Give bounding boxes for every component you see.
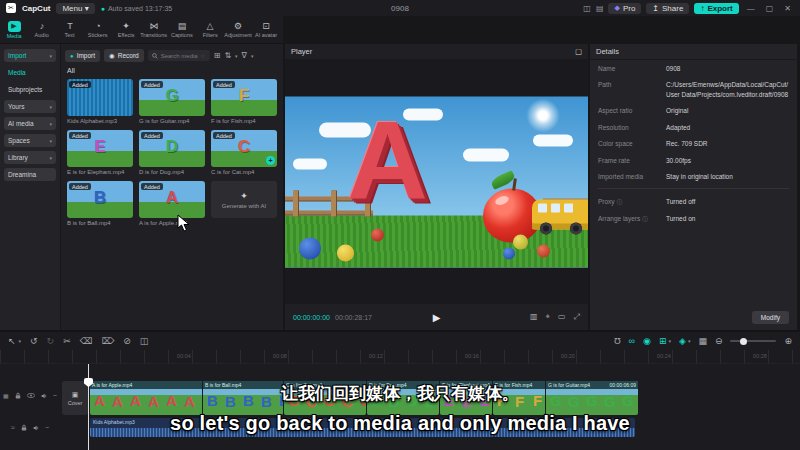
sidebar-item-ai-media[interactable]: AI media▾ (4, 117, 56, 130)
generate-with-ai-card[interactable]: ✦Generate with AI (211, 181, 277, 226)
sidebar-item-media[interactable]: Media (4, 66, 56, 79)
linking-icon[interactable]: ⊞ (659, 336, 667, 346)
magnet-icon[interactable]: Ω (614, 336, 621, 346)
ball-graphic (503, 248, 515, 260)
detail-row-aspect-ratio: Aspect ratioOriginal (598, 106, 789, 115)
fence-graphic (293, 191, 298, 217)
share-button[interactable]: ↥Share (646, 3, 689, 14)
sort-icon[interactable]: ⇅ (224, 51, 231, 60)
panel-toggle-icon[interactable]: ▤ (596, 4, 604, 13)
zoom-in-icon[interactable]: ⊕ (784, 337, 792, 346)
layout-toggle-icon[interactable]: ◫ (583, 4, 591, 13)
media-item[interactable]: AddedB B is for Ball.mp4 (67, 181, 133, 226)
zoom-out-icon[interactable]: ⊖ (715, 337, 723, 346)
modify-button[interactable]: Modify (752, 311, 789, 324)
media-item[interactable]: AddedF F is for Fish.mp4 (211, 79, 277, 124)
tab-filters[interactable]: △Filters (196, 21, 224, 38)
subtitle-english: so let's go back to media and only media… (0, 412, 800, 435)
bus-wheel (570, 223, 582, 235)
media-item[interactable]: AddedA A is for Apple.mp4 (139, 181, 205, 226)
caption-track-icon[interactable]: ◈ (679, 336, 686, 346)
school-bus-graphic (532, 200, 588, 230)
media-item-audio[interactable]: Added Kids Alphabet.mp3 (67, 79, 133, 124)
play-button[interactable]: ▶ (433, 312, 441, 323)
delete-left-icon[interactable]: ⌫ (80, 337, 93, 346)
redo-icon[interactable]: ↻ (47, 337, 55, 346)
details-title: Details (596, 47, 619, 56)
preview-quality-icon[interactable]: ▥ (530, 312, 538, 322)
grid-view-icon[interactable]: ⊞ (214, 51, 221, 60)
pro-button[interactable]: ◆Pro (608, 3, 641, 14)
tab-ai-avatar[interactable]: ⊡AI avatar (252, 21, 280, 38)
tab-transitions[interactable]: ⋈Transitions (140, 21, 168, 38)
autosave-dot-icon: ● (101, 5, 105, 12)
tab-stickers[interactable]: ◔Stickers (84, 21, 112, 38)
delete-icon[interactable]: ⊘ (123, 337, 131, 346)
text-icon: T (67, 21, 73, 31)
media-item[interactable]: AddedE E is for Elephant.mp4 (67, 130, 133, 175)
tab-adjustment[interactable]: ⚙Adjustment (224, 21, 252, 38)
chevron-down-icon: ▾ (49, 155, 52, 161)
app-name: CapCut (22, 4, 50, 13)
cloud-graphic (533, 135, 573, 147)
close-button[interactable]: ✕ (781, 4, 794, 13)
media-item[interactable]: AddedD D is for Dog.mp4 (139, 130, 205, 175)
detail-row-path: PathC:/Users/Emenws/AppData/Local/CapCut… (598, 80, 789, 99)
add-to-timeline-button[interactable]: + (266, 156, 275, 165)
select-tool-icon[interactable]: ↖ (8, 337, 16, 346)
sidebar-item-import[interactable]: Import▾ (4, 49, 56, 62)
timeline-ruler[interactable]: 00:04 00:08 00:12 00:16 00:20 00:24 00:2… (0, 350, 800, 364)
snapping-icon[interactable]: ◉ (643, 336, 651, 346)
added-badge: Added (69, 81, 91, 88)
tab-text[interactable]: TText (56, 21, 84, 38)
maximize-button[interactable]: ▢ (763, 4, 777, 13)
export-icon: ↑ (700, 4, 704, 13)
tab-captions[interactable]: ▤Captions (168, 21, 196, 38)
cloud-graphic (293, 159, 327, 170)
sidebar-item-subprojects[interactable]: Subprojects (4, 83, 56, 96)
aspect-ratio-icon[interactable]: ▭ (558, 312, 566, 322)
detect-icon[interactable]: ⌖ (546, 312, 551, 322)
added-badge: Added (69, 132, 91, 139)
minimize-button[interactable]: — (744, 4, 758, 13)
delete-right-icon[interactable]: ⌦ (101, 337, 114, 346)
split-icon[interactable]: ✂ (63, 337, 71, 346)
timeline-zoom-slider[interactable] (730, 340, 776, 342)
record-button[interactable]: ◉Record (104, 49, 144, 62)
asset-tabbar: ▶Media ♪Audio TText ◔Stickers ✦Effects ⋈… (0, 16, 283, 44)
current-time: 00:00:00:00 (293, 314, 330, 321)
subtitle-chinese: 让我们回到媒体，我只有媒体。 (0, 382, 800, 405)
cover-gif-icon[interactable]: ▦ (698, 337, 707, 346)
chevron-down-icon: ▾ (49, 104, 52, 110)
menu-button[interactable]: Menu ▾ (56, 3, 94, 14)
export-button[interactable]: ↑Export (694, 3, 738, 14)
fence-graphic (331, 191, 336, 217)
video-preview[interactable]: A (285, 97, 588, 268)
panel-options-icon[interactable]: ▢ (575, 47, 582, 56)
sidebar-item-dreamina[interactable]: Dreamina (4, 168, 56, 181)
chevron-down-icon: ▾ (668, 338, 671, 344)
import-button[interactable]: ●Import (65, 50, 100, 62)
fullscreen-icon[interactable]: ⤢ (574, 312, 580, 322)
search-input[interactable]: Search media ◌ (148, 50, 210, 61)
playhead-line[interactable] (88, 364, 89, 450)
timeline-tracks: ▦ − ≈ − ▣ Cover A A is for Apple.mp4 (0, 364, 800, 450)
tab-audio[interactable]: ♪Audio (28, 21, 56, 38)
undo-icon[interactable]: ↺ (30, 337, 38, 346)
autosave-status: ●Auto saved 13:17:35 (101, 5, 172, 12)
sidebar-item-yours[interactable]: Yours▾ (4, 100, 56, 113)
slider-knob[interactable] (740, 338, 747, 345)
sidebar-item-library[interactable]: Library▾ (4, 151, 56, 164)
record-icon: ◉ (109, 52, 115, 60)
tab-media[interactable]: ▶Media (0, 21, 28, 39)
bus-window (564, 204, 573, 213)
media-item[interactable]: AddedC+ C is for Cat.mp4 (211, 130, 277, 175)
filter-icon[interactable]: ∇ (242, 51, 247, 60)
preview-axis-icon[interactable]: ∞ (629, 336, 635, 346)
sidebar-item-spaces[interactable]: Spaces▾ (4, 134, 56, 147)
media-item[interactable]: AddedG G is for Guitar.mp4 (139, 79, 205, 124)
info-icon: ⓘ (642, 216, 648, 222)
freeze-frame-icon[interactable]: ◫ (140, 337, 149, 346)
tab-effects[interactable]: ✦Effects (112, 21, 140, 38)
media-grid: Added Kids Alphabet.mp3 AddedG G is for … (61, 76, 283, 229)
